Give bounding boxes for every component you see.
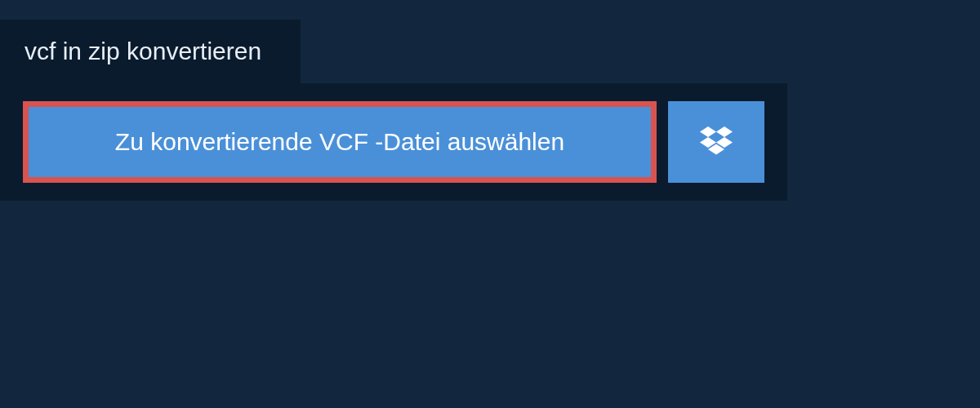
tab-title: vcf in zip konvertieren xyxy=(24,38,261,65)
dropbox-icon xyxy=(700,126,733,157)
tab-header: vcf in zip konvertieren xyxy=(0,20,301,83)
upload-panel: Zu konvertierende VCF -Datei auswählen xyxy=(0,83,787,201)
dropbox-button[interactable] xyxy=(668,101,764,183)
select-file-button[interactable]: Zu konvertierende VCF -Datei auswählen xyxy=(23,101,657,183)
